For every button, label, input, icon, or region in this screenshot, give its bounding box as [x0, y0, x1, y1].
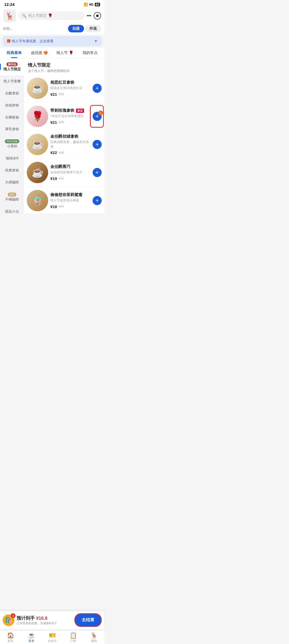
product-price: ¥21 ¥35	[50, 120, 90, 125]
list-item: ☕ 相思红豆拿铁 据说是王维诗里的红豆 ¥21 ¥35 +	[27, 74, 104, 102]
product-desc: 情人节创意表白神器	[50, 198, 90, 203]
price-original: ¥35	[59, 151, 64, 155]
list-item: 🧋 偷偷想你茉莉鸳鸯 情人节创意表白神器 ¥18 ¥20 +	[27, 187, 104, 213]
product-desc: 据说是王维诗里的红豆	[50, 86, 90, 90]
product-name: 带刺玫瑰拿铁	[50, 108, 74, 113]
tab-classic-menu[interactable]: 经典菜单	[2, 48, 27, 58]
cart-item-badge: 1	[98, 110, 103, 115]
signal-icon: 📶	[84, 3, 88, 6]
product-image: ☕	[27, 134, 48, 155]
sidebar-item-cheese-latte[interactable]: 生酪拿铁	[0, 87, 24, 99]
product-image: 🧋	[27, 190, 48, 211]
store-distance: 距您...	[3, 26, 12, 31]
status-bar: 12:24 📶 4G 82	[0, 0, 104, 8]
scan-icon[interactable]	[94, 12, 101, 20]
search-icon: 🔍	[22, 14, 26, 18]
right-panel: 情人节限定 这个情人节，修狗把爱都给你 ☕ 相思红豆拿铁 据说是王维诗里的红豆 …	[24, 58, 104, 213]
product-desc: *本品不含任何带刺成分	[50, 114, 90, 118]
sidebar-item-valentines-limited[interactable]: 新作品 情人节限定	[0, 58, 24, 75]
battery-icon: 82	[95, 3, 100, 6]
promo-text: 🎁 情人节专属优惠，点击查看	[6, 39, 54, 44]
product-price: ¥21 ¥35	[50, 92, 90, 97]
price-original: ¥35	[59, 120, 64, 124]
sidebar-item-ruinabing[interactable]: 瑞纳冰®	[0, 152, 24, 164]
main-content: 新作品 情人节限定 情人节套餐 生酪拿铁 丝绒拿铁 生椰家族 厚乳拿铁 SOE花…	[0, 58, 104, 213]
price-current: ¥18	[50, 204, 57, 209]
price-original: ¥20	[59, 205, 64, 208]
list-item: ☕ 金伯爵丝绒拿铁 经典伯爵茶香，邂逅英式浪漫 ¥22 ¥35 +	[27, 131, 104, 159]
status-time: 12:24	[4, 2, 14, 7]
tab-frequent[interactable]: 我的常点	[78, 48, 103, 58]
product-info: 相思红豆拿铁 据说是王维诗里的红豆 ¥21 ¥35	[48, 80, 93, 97]
price-current: ¥21	[50, 92, 57, 97]
delivery-button[interactable]: 外送	[85, 25, 101, 32]
section-subtitle: 这个情人节，修狗把爱都给你	[28, 69, 101, 73]
store-logo[interactable]: 🦌	[3, 9, 16, 22]
category-tabs: 经典菜单 超优惠 😍 情人节 🌹 我的常点	[0, 48, 104, 58]
product-image: ☕	[27, 78, 48, 99]
sidebar-item-velvet-latte[interactable]: 丝绒拿铁	[0, 99, 24, 112]
product-price: ¥19 ¥32	[50, 176, 90, 181]
product-image: 🌹	[27, 106, 48, 127]
product-price: ¥22 ¥35	[50, 150, 90, 155]
price-current: ¥21	[50, 120, 57, 125]
section-title: 情人节限定	[28, 62, 101, 68]
new-badge: 新品	[76, 109, 84, 113]
section-header: 情人节限定 这个情人节，修狗把爱都给你	[24, 58, 104, 74]
status-icons: 📶 4G 82	[84, 3, 100, 6]
product-price: ¥18 ¥20	[50, 204, 90, 209]
product-desc: 会说情话的液体巧克力	[50, 170, 90, 175]
sidebar: 新作品 情人节限定 情人节套餐 生酪拿铁 丝绒拿铁 生椰家族 厚乳拿铁 SOE花…	[0, 58, 24, 213]
delivery-toggle: 自提 外送	[68, 25, 101, 32]
product-info: 带刺玫瑰拿铁 新品 *本品不含任何带刺成分 ¥21 ¥35	[48, 108, 93, 125]
product-name: 金伯爵丝绒拿铁	[50, 134, 78, 139]
promo-banner[interactable]: 🎁 情人节专属优惠，点击查看 ▼	[3, 36, 102, 46]
price-original: ¥35	[59, 92, 64, 96]
wifi-icon: 4G	[89, 3, 93, 6]
add-to-cart-button[interactable]: +	[93, 168, 102, 177]
tab-valentines[interactable]: 情人节 🌹	[52, 48, 78, 58]
product-name: 偷偷想你茉莉鸳鸯	[50, 192, 82, 197]
tab-deals[interactable]: 超优惠 😍	[27, 48, 52, 58]
sidebar-item-valentines-set[interactable]: 情人节套餐	[0, 75, 24, 87]
header-icons: •••	[87, 12, 101, 20]
search-placeholder: 情人节限定 🌹	[28, 13, 52, 18]
product-name: 金伯爵黑巧	[50, 164, 70, 169]
add-to-cart-button[interactable]: + 1	[93, 112, 102, 121]
product-info: 金伯爵丝绒拿铁 经典伯爵茶香，邂逅英式浪漫 ¥22 ¥35	[48, 134, 93, 155]
add-to-cart-button[interactable]: +	[93, 140, 102, 149]
add-to-cart-button[interactable]: +	[93, 196, 102, 205]
product-info: 金伯爵黑巧 会说情话的液体巧克力 ¥19 ¥32	[48, 164, 93, 181]
more-icon[interactable]: •••	[87, 13, 91, 19]
promo-chevron-icon: ▼	[94, 39, 98, 44]
product-info: 偷偷想你茉莉鸳鸯 情人节创意表白神器 ¥18 ¥20	[48, 192, 93, 209]
delivery-bar: 距您... 自提 外送	[0, 24, 104, 34]
add-to-cart-button[interactable]: +	[93, 84, 102, 93]
product-name: 相思红豆拿铁	[50, 80, 74, 85]
list-item: ☕ 金伯爵黑巧 会说情话的液体巧克力 ¥19 ¥32 +	[27, 159, 104, 187]
price-current: ¥22	[50, 150, 57, 155]
sidebar-item-thick-latte[interactable]: 厚乳拿铁	[0, 123, 24, 135]
header: 🦌 🔍 情人节限定 🌹 •••	[0, 8, 104, 24]
sidebar-item-coconut[interactable]: 生椰家族	[0, 112, 24, 124]
sidebar-item-dessert[interactable]: 甜品小点	[0, 206, 24, 213]
sidebar-item-master-coffee[interactable]: 大师咖啡	[0, 177, 24, 189]
product-image: ☕	[27, 162, 48, 183]
sidebar-item-classic-latte[interactable]: 经典拿铁	[0, 164, 24, 177]
list-item: 🌹 带刺玫瑰拿铁 新品 *本品不含任何带刺成分 ¥21 ¥35 + 1	[27, 102, 104, 131]
price-current: ¥19	[50, 176, 57, 181]
search-bar[interactable]: 🔍 情人节限定 🌹	[18, 11, 85, 20]
product-desc: 经典伯爵茶香，邂逅英式浪漫	[50, 140, 90, 149]
sidebar-item-no-coffee[interactable]: 抹茶 不喝咖啡	[0, 189, 24, 206]
sidebar-item-small-black[interactable]: SOE花魁 小黑杯	[0, 135, 24, 152]
pickup-button[interactable]: 自提	[68, 25, 84, 32]
price-original: ¥32	[59, 177, 64, 180]
